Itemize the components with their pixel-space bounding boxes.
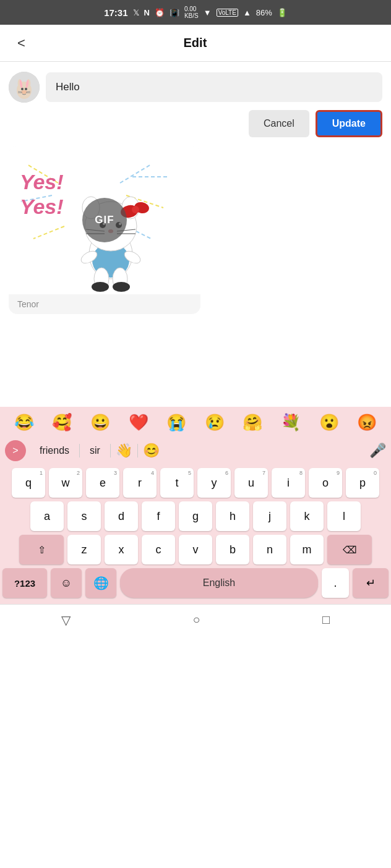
gif-overlay: GIF xyxy=(82,198,127,242)
expand-icon: > xyxy=(12,445,18,456)
message-input[interactable] xyxy=(46,72,382,102)
twitter-icon: 𝕏 xyxy=(133,8,139,17)
key-t[interactable]: t5 xyxy=(160,468,194,498)
back-button[interactable]: < xyxy=(12,30,30,56)
status-bar: 17:31 𝕏 N ⏰ 📳 0.00KB/S ▼ VoLTE ▲ 86% 🔋 xyxy=(0,0,391,25)
suggestion-friends[interactable]: friends xyxy=(32,445,77,456)
key-y[interactable]: y6 xyxy=(197,468,231,498)
key-d[interactable]: d xyxy=(105,501,138,531)
avatar xyxy=(9,72,40,103)
space-label: English xyxy=(203,577,235,589)
suggestion-divider-2 xyxy=(110,444,111,457)
key-f[interactable]: f xyxy=(142,501,175,531)
key-l[interactable]: l xyxy=(327,501,361,531)
update-button[interactable]: Update xyxy=(316,110,382,137)
key-i[interactable]: i8 xyxy=(272,468,305,498)
emoji-row: 😂 🥰 😀 ❤️ 😭 😢 🤗 💐 😮 😡 xyxy=(0,407,391,436)
gif-card: Yes! Yes! xyxy=(9,146,200,314)
space-key[interactable]: English xyxy=(120,568,318,598)
network-speed: 0.00KB/S xyxy=(184,6,199,19)
svg-point-39 xyxy=(132,206,139,213)
shift-key[interactable]: ⇧ xyxy=(19,535,64,564)
svg-point-6 xyxy=(21,88,24,90)
key-row-3: ⇧ z x c v b n m ⌫ xyxy=(2,535,389,564)
nav-recent-button[interactable]: □ xyxy=(310,608,342,632)
key-p[interactable]: p0 xyxy=(346,468,379,498)
key-w[interactable]: w2 xyxy=(49,468,82,498)
key-b[interactable]: b xyxy=(216,535,249,564)
keyboard: 😂 🥰 😀 ❤️ 😭 😢 🤗 💐 😮 😡 > friends sir 👋 😊 🎤… xyxy=(0,407,391,604)
battery-text: 86% xyxy=(256,8,272,17)
gif-label: GIF xyxy=(95,214,114,226)
vibrate-icon: 📳 xyxy=(170,8,179,17)
suggestion-wave-emoji[interactable]: 👋 xyxy=(116,443,132,459)
key-m[interactable]: m xyxy=(290,535,324,564)
key-z[interactable]: z xyxy=(67,535,101,564)
emoji-sad[interactable]: 😢 xyxy=(205,413,225,432)
emoji-laughing[interactable]: 😂 xyxy=(14,413,34,432)
key-h[interactable]: h xyxy=(216,501,249,531)
key-row-1: q1 w2 e3 r4 t5 y6 u7 i8 o9 p0 xyxy=(2,468,389,498)
emoji-flower[interactable]: 💐 xyxy=(281,413,301,432)
key-v[interactable]: v xyxy=(179,535,212,564)
message-row xyxy=(9,72,382,103)
n-icon: N xyxy=(144,8,150,17)
key-k[interactable]: k xyxy=(290,501,324,531)
svg-text:Yes!: Yes! xyxy=(20,170,64,194)
nav-back-button[interactable]: ▽ xyxy=(49,608,83,632)
key-j[interactable]: j xyxy=(253,501,286,531)
emoji-smile[interactable]: 😀 xyxy=(90,413,110,432)
symbols-key[interactable]: ?123 xyxy=(2,568,47,598)
suggestion-divider-3 xyxy=(137,444,138,457)
cancel-button[interactable]: Cancel xyxy=(249,110,309,137)
battery-icon: 🔋 xyxy=(277,8,287,17)
key-o[interactable]: o9 xyxy=(309,468,342,498)
emoji-heart[interactable]: ❤️ xyxy=(129,413,148,432)
nav-bottom: ▽ ○ □ xyxy=(0,604,391,635)
emoji-key[interactable]: ☺ xyxy=(51,568,82,598)
content-spacer xyxy=(0,320,391,407)
key-row-bottom: ?123 ☺ 🌐 English . ↵ xyxy=(2,568,389,598)
key-x[interactable]: x xyxy=(105,535,138,564)
emoji-hug[interactable]: 🤗 xyxy=(243,413,262,432)
mic-button[interactable]: 🎤 xyxy=(369,443,386,459)
top-nav: < Edit xyxy=(0,25,391,62)
volte-icon: VoLTE xyxy=(217,9,238,17)
alarm-icon: ⏰ xyxy=(155,8,165,17)
key-a[interactable]: a xyxy=(30,501,64,531)
key-row-2: a s d f g h j k l xyxy=(2,501,389,531)
key-s[interactable]: s xyxy=(67,501,101,531)
action-buttons: Cancel Update xyxy=(9,110,382,137)
svg-point-7 xyxy=(25,88,27,90)
gif-image: Yes! Yes! xyxy=(9,146,200,294)
key-r[interactable]: r4 xyxy=(123,468,157,498)
emoji-crying[interactable]: 😭 xyxy=(166,413,186,432)
emoji-angry[interactable]: 😡 xyxy=(357,413,377,432)
key-e[interactable]: e3 xyxy=(86,468,119,498)
suggestion-smile-emoji[interactable]: 😊 xyxy=(143,443,160,459)
svg-point-45 xyxy=(113,282,130,292)
key-u[interactable]: u7 xyxy=(234,468,268,498)
enter-key[interactable]: ↵ xyxy=(353,568,389,598)
key-n[interactable]: n xyxy=(253,535,286,564)
key-rows: q1 w2 e3 r4 t5 y6 u7 i8 o9 p0 a s d f g … xyxy=(0,466,391,604)
key-c[interactable]: c xyxy=(142,535,175,564)
svg-text:Yes!: Yes! xyxy=(20,195,64,218)
expand-suggestions-button[interactable]: > xyxy=(5,440,26,461)
suggestion-sir[interactable]: sir xyxy=(82,445,108,456)
emoji-hearts[interactable]: 🥰 xyxy=(52,413,72,432)
period-key[interactable]: . xyxy=(322,568,349,598)
suggestions-row: > friends sir 👋 😊 🎤 xyxy=(0,436,391,466)
emoji-surprised[interactable]: 😮 xyxy=(319,413,339,432)
svg-point-44 xyxy=(92,282,109,292)
signal-icon: ▲ xyxy=(243,8,251,17)
key-g[interactable]: g xyxy=(179,501,212,531)
edit-area: Cancel Update Yes! Yes! xyxy=(0,62,391,320)
wifi-icon: ▼ xyxy=(204,8,212,17)
gif-source: Tenor xyxy=(9,294,200,314)
page-title: Edit xyxy=(37,36,354,50)
key-q[interactable]: q1 xyxy=(12,468,45,498)
nav-home-button[interactable]: ○ xyxy=(180,608,212,632)
delete-key[interactable]: ⌫ xyxy=(327,535,372,564)
globe-key[interactable]: 🌐 xyxy=(85,568,116,598)
